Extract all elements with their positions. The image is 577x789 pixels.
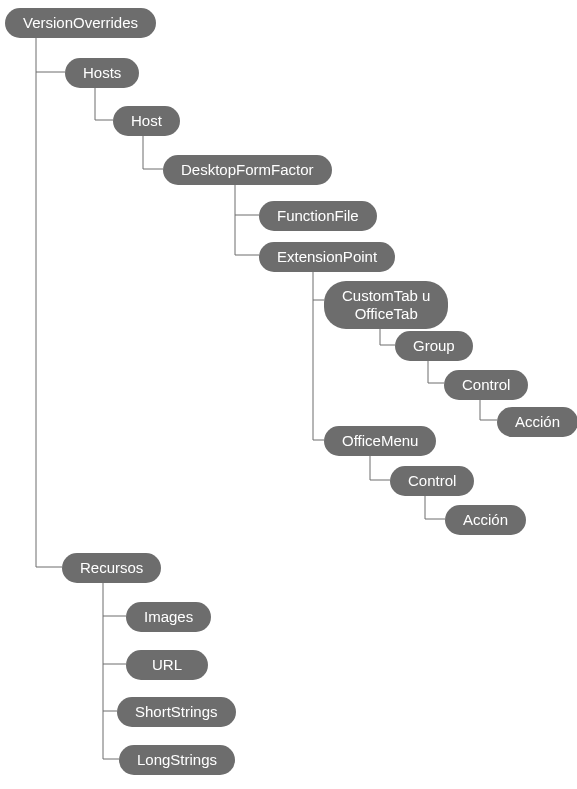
node-group: Group [395,331,473,361]
node-host: Host [113,106,180,136]
node-customtab-officetab: CustomTab u OfficeTab [324,281,448,329]
node-functionfile: FunctionFile [259,201,377,231]
node-hosts: Hosts [65,58,139,88]
node-accion-1: Acción [497,407,577,437]
node-recursos: Recursos [62,553,161,583]
node-images: Images [126,602,211,632]
node-desktopformfactor: DesktopFormFactor [163,155,332,185]
node-control-2: Control [390,466,474,496]
node-versionoverrides: VersionOverrides [5,8,156,38]
node-extensionpoint: ExtensionPoint [259,242,395,272]
node-accion-2: Acción [445,505,526,535]
node-url: URL [126,650,208,680]
node-shortstrings: ShortStrings [117,697,236,727]
node-control-1: Control [444,370,528,400]
node-longstrings: LongStrings [119,745,235,775]
node-officemenu: OfficeMenu [324,426,436,456]
